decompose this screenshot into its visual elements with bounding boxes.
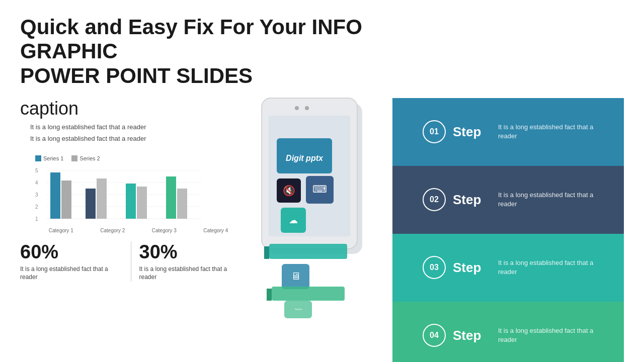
- svg-text:🖥: 🖥: [291, 270, 301, 282]
- svg-rect-0: [35, 155, 41, 161]
- legend-series1-label: Series 1: [43, 155, 63, 161]
- svg-rect-19: [177, 189, 187, 219]
- steps-panel: 01 Step It is a long established fact th…: [392, 98, 624, 362]
- stat-block-2: 30% It is a long established fact that a…: [131, 241, 242, 282]
- chart-container: 5 4 3 2 1: [20, 165, 242, 226]
- svg-rect-16: [126, 184, 136, 219]
- step-title-4: Step: [453, 328, 488, 343]
- step-number-1: 01: [423, 120, 446, 143]
- step-row-3: 03 Step It is a long established fact th…: [392, 234, 624, 302]
- svg-rect-37: [272, 287, 345, 301]
- svg-point-24: [305, 106, 309, 110]
- svg-text:〰: 〰: [295, 306, 302, 314]
- left-panel: caption It is a long established fact th…: [20, 98, 252, 362]
- step-desc-3: It is a long established fact that a rea…: [498, 258, 599, 277]
- caption-item-2: It is a long established fact that a rea…: [30, 135, 242, 143]
- legend-series2-label: Series 2: [79, 155, 100, 161]
- chart-cat-1: Category 1: [35, 228, 87, 233]
- svg-text:2: 2: [35, 204, 38, 210]
- svg-point-23: [295, 106, 299, 110]
- svg-rect-34: [264, 246, 269, 259]
- phone-3d-svg: Digit pptx 🔇 ⌨ ☁: [252, 88, 392, 319]
- svg-rect-13: [61, 180, 71, 219]
- stat-desc-1: It is a long established fact that a rea…: [20, 265, 123, 282]
- caption-items: It is a long established fact that a rea…: [20, 123, 242, 146]
- chart-area: Series 1 Series 2 5 4 3 2 1: [20, 155, 242, 233]
- svg-rect-33: [269, 244, 347, 259]
- svg-rect-12: [50, 172, 60, 219]
- chart-cat-2: Category 2: [87, 228, 139, 233]
- svg-text:⌨: ⌨: [312, 184, 327, 195]
- step-row-2: 02 Step It is a long established fact th…: [392, 166, 624, 234]
- step-desc-4: It is a long established fact that a rea…: [498, 326, 599, 344]
- step-row-4: 04 Step It is a long established fact th…: [392, 302, 624, 362]
- svg-text:🔇: 🔇: [283, 185, 295, 197]
- svg-rect-17: [137, 187, 147, 219]
- chart-cat-4: Category 4: [190, 228, 242, 233]
- step-title-3: Step: [453, 260, 488, 276]
- svg-text:Digit pptx: Digit pptx: [286, 154, 324, 162]
- svg-text:4: 4: [35, 180, 38, 186]
- svg-rect-1: [71, 155, 77, 161]
- stat-desc-2: It is a long established fact that a rea…: [139, 265, 242, 282]
- step-number-2: 02: [423, 188, 446, 211]
- main-layout: caption It is a long established fact th…: [20, 98, 624, 362]
- step-title-2: Step: [453, 192, 488, 208]
- step-number-3: 03: [423, 256, 446, 279]
- svg-text:☁: ☁: [289, 215, 298, 225]
- svg-rect-14: [86, 189, 96, 219]
- slide: Quick and Easy Fix For Your INFO GRAPHIC…: [0, 0, 644, 362]
- legend-series1: Series 1: [35, 155, 63, 161]
- bar-chart-svg: 5 4 3 2 1: [35, 165, 206, 226]
- chart-legend: Series 1 Series 2: [20, 155, 242, 161]
- svg-rect-38: [267, 289, 272, 301]
- chart-cat-3: Category 3: [138, 228, 190, 233]
- svg-rect-18: [166, 176, 176, 219]
- legend-series2: Series 2: [71, 155, 100, 161]
- chart-labels: Category 1 Category 2 Category 3 Categor…: [20, 228, 242, 233]
- svg-rect-15: [97, 178, 107, 219]
- step-number-4: 04: [423, 324, 446, 347]
- caption-item-1: It is a long established fact that a rea…: [30, 123, 242, 132]
- svg-text:3: 3: [35, 192, 38, 198]
- svg-text:1: 1: [35, 216, 38, 222]
- caption-label: caption: [20, 98, 242, 119]
- step-desc-2: It is a long established fact that a rea…: [498, 191, 599, 209]
- stats-row: 60% It is a long established fact that a…: [20, 241, 242, 282]
- step-row-1: 01 Step It is a long established fact th…: [392, 98, 624, 166]
- svg-text:5: 5: [35, 168, 38, 173]
- stat-block-1: 60% It is a long established fact that a…: [20, 241, 131, 282]
- step-title-1: Step: [453, 124, 488, 140]
- stat-percent-2: 30%: [139, 241, 242, 263]
- right-panel: Digit pptx 🔇 ⌨ ☁: [252, 98, 624, 362]
- stat-percent-1: 60%: [20, 241, 123, 263]
- step-desc-1: It is a long established fact that a rea…: [498, 123, 599, 141]
- slide-title: Quick and Easy Fix For Your INFO GRAPHIC…: [20, 15, 372, 88]
- phone-wrapper: Digit pptx 🔇 ⌨ ☁: [252, 98, 392, 362]
